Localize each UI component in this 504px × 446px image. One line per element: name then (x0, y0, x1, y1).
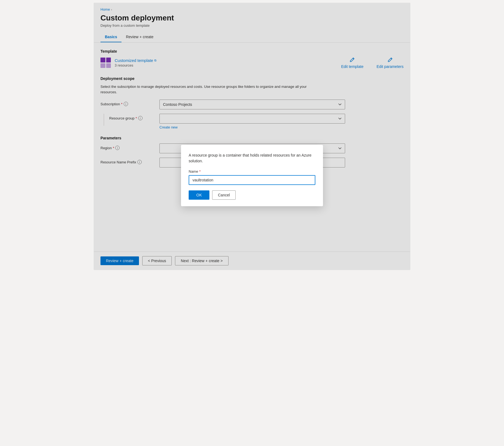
dialog-actions: OK Cancel (189, 190, 315, 200)
dialog-ok-button[interactable]: OK (189, 190, 209, 200)
dialog-overlay: A resource group is a container that hol… (94, 3, 410, 270)
dialog-description: A resource group is a container that hol… (189, 152, 315, 164)
dialog-cancel-button[interactable]: Cancel (212, 190, 236, 200)
dialog-name-label: Name * (189, 169, 315, 173)
main-container: Home › Custom deployment Deploy from a c… (94, 3, 410, 270)
dialog-name-input[interactable] (189, 175, 315, 185)
resource-group-dialog: A resource group is a container that hol… (181, 145, 323, 206)
dialog-name-required: * (199, 169, 201, 173)
